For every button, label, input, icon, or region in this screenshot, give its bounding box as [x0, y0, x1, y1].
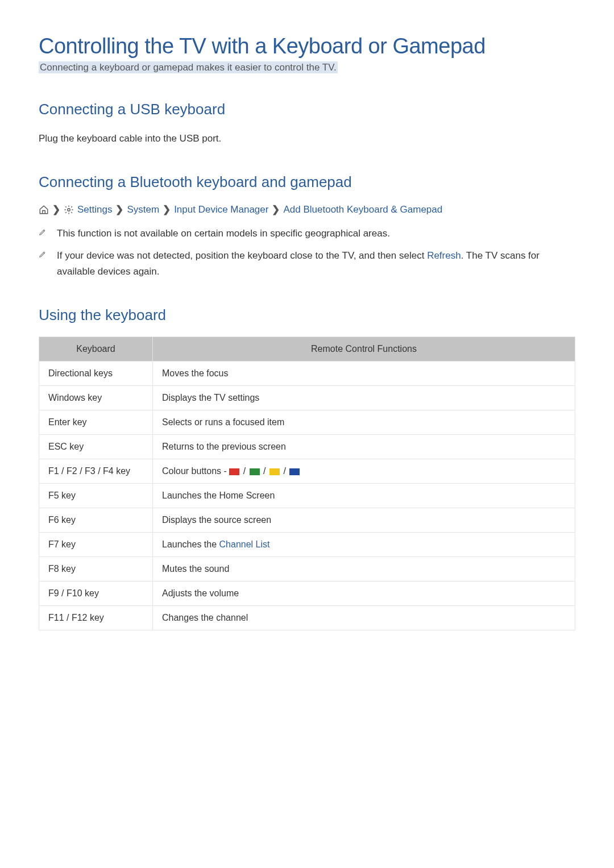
breadcrumb-system[interactable]: System: [127, 204, 159, 215]
breadcrumb: ❯ Settings ❯ System ❯ Input Device Manag…: [39, 203, 575, 215]
table-cell-function: Launches the Home Screen: [153, 483, 575, 508]
red-color-icon: [229, 468, 239, 475]
svg-point-0: [68, 208, 70, 211]
green-color-icon: [250, 468, 260, 475]
table-header-keyboard: Keyboard: [39, 337, 153, 361]
table-row: ESC keyReturns to the previous screen: [39, 434, 575, 459]
table-cell-function: Returns to the previous screen: [153, 434, 575, 459]
table-cell-function: Mutes the sound: [153, 556, 575, 581]
table-cell-keyboard: F11 / F12 key: [39, 605, 153, 630]
yellow-color-icon: [269, 468, 280, 475]
note-list: This function is not available on certai…: [39, 226, 575, 279]
pencil-icon: [39, 227, 47, 238]
breadcrumb-input-device-manager[interactable]: Input Device Manager: [174, 204, 268, 215]
table-cell-function: Adjusts the volume: [153, 581, 575, 605]
separator: /: [240, 466, 248, 476]
table-cell-function: Displays the TV settings: [153, 385, 575, 410]
section-usb-text: Plug the keyboard cable into the USB por…: [39, 131, 575, 146]
separator: /: [261, 466, 268, 476]
table-cell-function: Moves the focus: [153, 361, 575, 385]
table-cell-function: Displays the source screen: [153, 508, 575, 532]
note-text: If your device was not detected, positio…: [57, 248, 575, 279]
keyboard-functions-table: Keyboard Remote Control Functions Direct…: [39, 337, 575, 630]
table-cell-function: Launches the Channel List: [153, 532, 575, 556]
table-cell-keyboard: F9 / F10 key: [39, 581, 153, 605]
section-usb-heading: Connecting a USB keyboard: [39, 101, 575, 118]
note-text: This function is not available on certai…: [57, 226, 390, 241]
section-using-keyboard: Using the keyboard Keyboard Remote Contr…: [39, 306, 575, 630]
page-subtitle: Connecting a keyboard or gamepad makes i…: [39, 61, 338, 73]
section-using-heading: Using the keyboard: [39, 306, 575, 324]
separator: /: [281, 466, 288, 476]
refresh-link[interactable]: Refresh: [427, 250, 461, 261]
table-row: F1 / F2 / F3 / F4 keyColour buttons - / …: [39, 459, 575, 483]
table-cell-function: Colour buttons - / / /: [153, 459, 575, 483]
chevron-icon: ❯: [272, 203, 280, 215]
table-cell-keyboard: F7 key: [39, 532, 153, 556]
table-row: Enter keySelects or runs a focused item: [39, 410, 575, 434]
blue-color-icon: [289, 468, 300, 475]
table-cell-keyboard: F8 key: [39, 556, 153, 581]
table-row: F11 / F12 keyChanges the channel: [39, 605, 575, 630]
table-cell-keyboard: F1 / F2 / F3 / F4 key: [39, 459, 153, 483]
section-usb-keyboard: Connecting a USB keyboard Plug the keybo…: [39, 101, 575, 146]
table-row: F5 keyLaunches the Home Screen: [39, 483, 575, 508]
table-cell-keyboard: ESC key: [39, 434, 153, 459]
page-title: Controlling the TV with a Keyboard or Ga…: [39, 34, 575, 59]
table-row: F8 keyMutes the sound: [39, 556, 575, 581]
table-cell-keyboard: Directional keys: [39, 361, 153, 385]
home-icon: [39, 205, 49, 215]
table-cell-function: Changes the channel: [153, 605, 575, 630]
gear-icon: [64, 205, 74, 215]
cell-text: Colour buttons -: [162, 466, 229, 476]
table-row: Directional keysMoves the focus: [39, 361, 575, 385]
chevron-icon: ❯: [52, 203, 60, 215]
section-bluetooth: Connecting a Bluetooth keyboard and game…: [39, 173, 575, 279]
table-row: F7 keyLaunches the Channel List: [39, 532, 575, 556]
table-cell-keyboard: Windows key: [39, 385, 153, 410]
table-cell-keyboard: F6 key: [39, 508, 153, 532]
table-header-functions: Remote Control Functions: [153, 337, 575, 361]
table-header-row: Keyboard Remote Control Functions: [39, 337, 575, 361]
table-cell-keyboard: Enter key: [39, 410, 153, 434]
section-bt-heading: Connecting a Bluetooth keyboard and game…: [39, 173, 575, 191]
table-cell-keyboard: F5 key: [39, 483, 153, 508]
chevron-icon: ❯: [115, 203, 123, 215]
table-row: F6 keyDisplays the source screen: [39, 508, 575, 532]
note-item: This function is not available on certai…: [39, 226, 575, 241]
table-cell-function: Selects or runs a focused item: [153, 410, 575, 434]
table-row: Windows keyDisplays the TV settings: [39, 385, 575, 410]
note-item: If your device was not detected, positio…: [39, 248, 575, 279]
chevron-icon: ❯: [163, 203, 171, 215]
note-text-pre: If your device was not detected, positio…: [57, 250, 427, 261]
breadcrumb-add-bluetooth[interactable]: Add Bluetooth Keyboard & Gamepad: [283, 204, 442, 215]
pencil-icon: [39, 249, 47, 260]
cell-text: Launches the: [162, 539, 219, 549]
table-row: F9 / F10 keyAdjusts the volume: [39, 581, 575, 605]
breadcrumb-settings[interactable]: Settings: [77, 204, 112, 215]
channel-list-link[interactable]: Channel List: [219, 539, 270, 549]
